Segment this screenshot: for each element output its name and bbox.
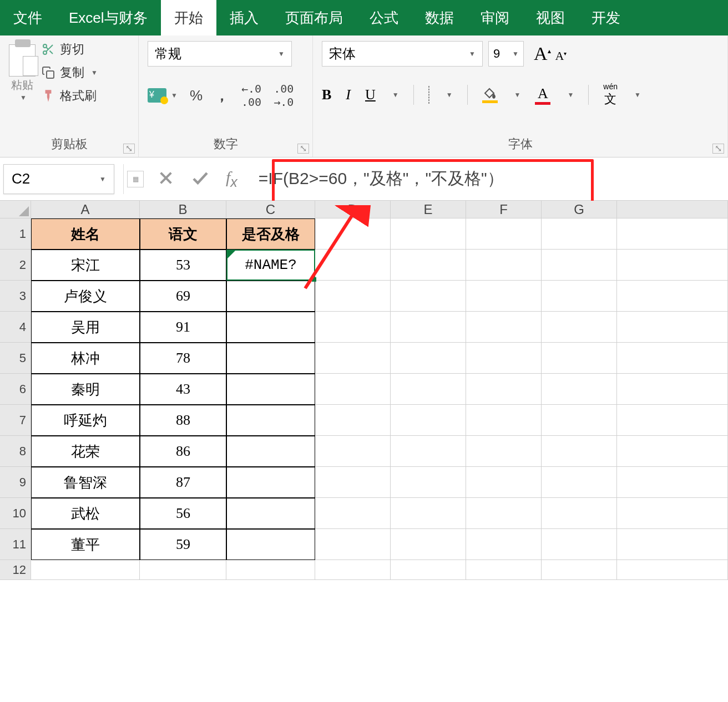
percent-button[interactable]: % [190,87,203,104]
bold-button[interactable]: B [322,87,331,103]
cell[interactable] [391,405,466,436]
font-color-dropdown-icon[interactable]: ▼ [567,91,574,99]
cell-selected[interactable]: #NAME? [226,250,315,281]
font-name-combo[interactable]: 宋体 ▼ [322,41,483,67]
italic-button[interactable]: I [346,87,351,103]
increase-font-button[interactable]: A▴ [534,43,551,64]
cell[interactable] [391,281,466,312]
cell[interactable] [466,218,542,250]
cell[interactable] [466,405,542,436]
cell[interactable] [466,343,542,374]
row-header[interactable]: 3 [0,281,31,312]
cell[interactable] [391,250,466,281]
row-header[interactable]: 1 [0,218,31,250]
cell[interactable] [542,498,617,529]
cell[interactable] [542,218,617,250]
format-painter-button[interactable]: 格式刷 [41,88,98,104]
fill-color-button[interactable] [482,87,498,103]
row-header[interactable]: 6 [0,374,31,405]
confirm-edit-button[interactable] [190,168,210,190]
header-cell[interactable]: 姓名 [31,218,140,250]
cell[interactable]: 53 [140,250,226,281]
cell[interactable]: 91 [140,312,226,343]
cell[interactable] [391,312,466,343]
underline-dropdown-icon[interactable]: ▼ [392,91,399,99]
cell[interactable] [315,218,391,250]
number-launcher-icon[interactable]: ⤡ [297,144,309,154]
increase-decimal-button[interactable]: ←.0.00 [241,82,261,109]
cell[interactable] [617,281,728,312]
cell[interactable] [315,250,391,281]
cell[interactable]: 鲁智深 [31,467,140,498]
cell[interactable] [315,281,391,312]
cell[interactable] [391,498,466,529]
cell[interactable] [466,467,542,498]
border-dropdown-icon[interactable]: ▼ [446,91,453,99]
cell[interactable] [391,467,466,498]
tab-formulas[interactable]: 公式 [356,0,412,35]
cell[interactable]: 花荣 [31,436,140,467]
font-launcher-icon[interactable]: ⤡ [712,144,724,154]
cell[interactable] [391,560,466,580]
cell[interactable] [391,343,466,374]
cell[interactable] [617,436,728,467]
formula-input[interactable]: =IF(B2>=60，"及格"，"不及格"） [246,162,728,196]
cell[interactable] [315,374,391,405]
row-header[interactable]: 10 [0,498,31,529]
decrease-font-button[interactable]: A▾ [555,49,567,63]
cell[interactable] [226,343,315,374]
cell[interactable] [315,405,391,436]
cell[interactable] [226,374,315,405]
cell[interactable] [617,250,728,281]
copy-dropdown-icon[interactable]: ▼ [91,69,98,77]
underline-button[interactable]: U [365,87,376,103]
fill-dropdown-icon[interactable]: ▼ [514,91,521,99]
cell[interactable] [226,560,315,580]
column-header-blank[interactable] [617,201,728,218]
cell[interactable] [617,374,728,405]
paste-dropdown-icon[interactable]: ▼ [20,94,27,101]
cell[interactable] [391,218,466,250]
column-header-E[interactable]: E [391,201,466,218]
select-all-corner[interactable] [0,201,31,218]
cell[interactable] [226,529,315,560]
cell[interactable] [542,560,617,580]
row-header[interactable]: 7 [0,405,31,436]
decrease-decimal-button[interactable]: .00→.0 [274,82,294,109]
cell[interactable] [226,498,315,529]
cell[interactable] [542,374,617,405]
row-header[interactable]: 8 [0,436,31,467]
cell[interactable] [226,405,315,436]
cell[interactable] [617,218,728,250]
cell[interactable] [542,529,617,560]
border-button[interactable] [428,87,429,104]
cell[interactable] [617,467,728,498]
tab-view[interactable]: 视图 [523,0,578,35]
cancel-edit-button[interactable] [157,169,175,189]
expand-button[interactable]: ▦ [127,171,144,187]
column-header-F[interactable]: F [466,201,542,218]
cell[interactable] [315,343,391,374]
cell[interactable]: 呼延灼 [31,405,140,436]
cell[interactable] [391,436,466,467]
spreadsheet[interactable]: A B C D E F G 1 姓名 语文 是否及格 2 宋江 53 #NAME… [0,201,728,580]
cell[interactable] [315,529,391,560]
cell[interactable] [542,281,617,312]
cell[interactable] [542,467,617,498]
font-color-button[interactable]: A [535,85,550,105]
cell[interactable] [617,498,728,529]
name-box[interactable]: C2 ▼ [3,164,114,194]
clipboard-launcher-icon[interactable]: ⤡ [123,144,135,154]
cell[interactable] [315,312,391,343]
font-size-combo[interactable]: 9 ▼ [488,41,524,67]
cell[interactable] [466,560,542,580]
insert-function-button[interactable]: fx [226,168,237,190]
tab-insert[interactable]: 插入 [216,0,272,35]
cell[interactable] [226,281,315,312]
tab-data[interactable]: 数据 [412,0,467,35]
cell[interactable]: 69 [140,281,226,312]
tab-page-layout[interactable]: 页面布局 [272,0,356,35]
cell[interactable] [466,498,542,529]
cell[interactable] [617,312,728,343]
cell[interactable] [31,560,140,580]
